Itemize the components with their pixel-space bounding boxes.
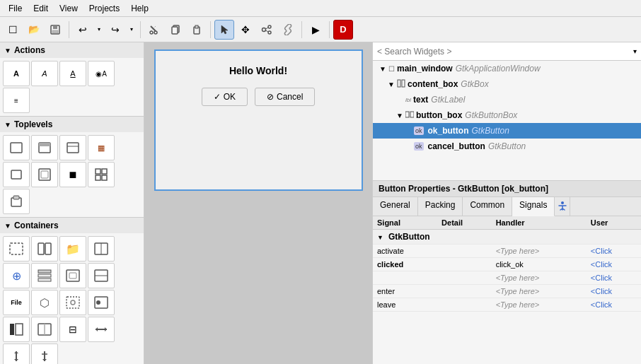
dialog-cancel-button[interactable]: ⊘ Cancel [255, 88, 315, 106]
search-dropdown-icon[interactable]: ▾ [633, 47, 637, 55]
signal-activate-detail[interactable] [437, 245, 492, 258]
widget-tl-3[interactable] [59, 135, 86, 160]
widget-c-15[interactable]: ⊟ [59, 317, 86, 342]
actions-header[interactable]: ▼ Actions [0, 42, 144, 58]
signal-leave-handler[interactable]: <Type here> [492, 298, 587, 312]
widget-c-7[interactable] [59, 263, 86, 288]
signal-enter-detail[interactable] [437, 285, 492, 298]
signal-empty-handler[interactable]: <Type here> [492, 271, 587, 285]
menu-projects[interactable]: Projects [83, 2, 125, 15]
undo-button[interactable]: ↩ [73, 20, 93, 40]
main-window-arrow[interactable]: ▼ [379, 65, 387, 73]
new-button[interactable]: ☐ [3, 20, 23, 40]
signal-leave-detail[interactable] [437, 298, 492, 312]
signal-clicked-handler[interactable]: click_ok [492, 258, 587, 271]
drag-button[interactable]: ✥ [236, 20, 255, 40]
widget-c-1[interactable] [3, 236, 30, 262]
widget-c-12[interactable] [88, 290, 115, 315]
tree-row-text[interactable]: lbl text GtkLabel [373, 92, 641, 107]
select-button[interactable] [214, 20, 234, 40]
tab-accessibility[interactable] [555, 197, 570, 216]
tab-common[interactable]: Common [463, 197, 512, 216]
tab-signals[interactable]: Signals [512, 197, 555, 216]
containers-header[interactable]: ▼ Containers [0, 218, 144, 233]
toolbar: ☐ 📂 ↩ ▾ ↪ ▾ ✥ ▶ D [0, 17, 641, 42]
widget-c-17[interactable] [3, 344, 30, 364]
signal-clicked-user[interactable]: <Click [587, 258, 641, 271]
menu-view[interactable]: View [54, 2, 83, 15]
widget-c-14[interactable] [31, 317, 58, 342]
redo-button[interactable]: ↪ [105, 20, 125, 40]
connections-button[interactable] [257, 20, 277, 40]
link-button[interactable] [278, 20, 298, 40]
undo-dropdown[interactable]: ▾ [94, 20, 104, 40]
widget-action-1[interactable]: A [3, 61, 30, 86]
menu-file[interactable]: File [3, 2, 28, 15]
cut-button[interactable] [144, 20, 164, 40]
tab-general[interactable]: General [373, 197, 418, 216]
widget-c-6[interactable] [31, 263, 58, 288]
signal-clicked-detail[interactable] [437, 258, 492, 271]
copy-button[interactable] [166, 20, 185, 40]
menu-edit[interactable]: Edit [28, 2, 54, 15]
widget-c-5[interactable]: ⊕ [3, 263, 30, 288]
widget-c-16[interactable] [88, 317, 115, 342]
widget-c-3[interactable]: 📁 [59, 236, 86, 262]
widget-tl-8[interactable] [88, 162, 115, 187]
widget-tl-7[interactable]: ■ [59, 162, 86, 187]
widget-c-2[interactable] [31, 236, 58, 262]
debug-button[interactable]: D [333, 20, 353, 40]
run-button[interactable]: ▶ [306, 20, 325, 40]
widget-c-13[interactable] [3, 317, 30, 342]
widget-search-input[interactable] [377, 47, 633, 57]
widget-tl-1[interactable] [3, 135, 30, 160]
tree-row-cancel-button[interactable]: ok cancel_button GtkButton [373, 139, 641, 154]
widget-action-4[interactable]: ◉A [88, 61, 115, 86]
widget-tl-2[interactable] [31, 135, 58, 160]
open-button[interactable]: 📂 [24, 20, 44, 40]
signal-enter-name[interactable]: enter [373, 285, 437, 298]
col-detail: Detail [437, 216, 492, 230]
signal-clicked-name[interactable]: clicked [373, 258, 437, 271]
widget-action-5[interactable]: ≡ [3, 88, 30, 113]
signal-enter-handler[interactable]: <Type here> [492, 285, 587, 298]
widget-c-10[interactable]: ⬡ [31, 290, 58, 315]
content-box-name: content_box [408, 79, 458, 89]
signal-activate-handler[interactable]: <Type here> [492, 245, 587, 258]
signal-activate-name[interactable]: activate [373, 245, 437, 258]
signal-activate-user[interactable]: <Click [587, 245, 641, 258]
widget-action-2[interactable]: A [31, 61, 58, 86]
dialog-ok-button[interactable]: ✓ OK [202, 88, 248, 106]
button-box-arrow[interactable]: ▼ [395, 112, 404, 119]
widget-tl-9[interactable] [3, 189, 30, 214]
section-gtkbutton-arrow[interactable]: ▼ [377, 234, 383, 241]
signal-enter-user[interactable]: <Click [587, 285, 641, 298]
signal-leave-user[interactable]: <Click [587, 298, 641, 312]
widget-c-4[interactable] [88, 236, 115, 262]
tree-row-main-window[interactable]: ▼ ☐ main_window GtkApplicationWindow [373, 61, 641, 76]
paste-button[interactable] [187, 20, 207, 40]
widget-tl-4[interactable]: ▦ [88, 135, 115, 160]
widget-c-8[interactable] [88, 263, 115, 288]
widget-tl-5[interactable] [3, 162, 30, 187]
toplevels-header[interactable]: ▼ Toplevels [0, 117, 144, 132]
content-box-type: GtkBox [461, 79, 488, 89]
tab-packing[interactable]: Packing [418, 197, 463, 216]
tree-row-content-box[interactable]: ▼ content_box GtkBox [373, 76, 641, 92]
widget-action-3[interactable]: A [59, 61, 86, 86]
tree-row-ok-button[interactable]: ok ok_button GtkButton [373, 123, 641, 139]
widget-tl-6[interactable] [31, 162, 58, 187]
tree-row-button-box[interactable]: ▼ button_box GtkButtonBox [373, 107, 641, 123]
content-box-arrow[interactable]: ▼ [387, 81, 395, 88]
signal-empty-name[interactable] [373, 271, 437, 285]
widget-c-11[interactable] [59, 290, 86, 315]
signal-leave-name[interactable]: leave [373, 298, 437, 312]
redo-dropdown[interactable]: ▾ [127, 20, 137, 40]
menu-help[interactable]: Help [125, 2, 154, 15]
widget-c-18[interactable] [31, 344, 58, 364]
signal-empty-detail[interactable] [437, 271, 492, 285]
toolbar-sep-4 [301, 21, 302, 38]
save-button[interactable] [45, 20, 65, 40]
signal-empty-user[interactable]: <Click [587, 271, 641, 285]
widget-c-9[interactable]: File [3, 290, 30, 315]
